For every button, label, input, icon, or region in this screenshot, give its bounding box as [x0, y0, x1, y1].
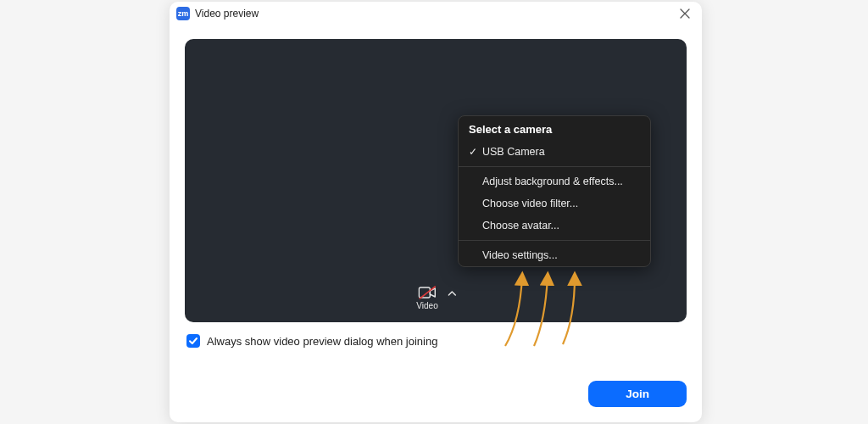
video-off-icon	[418, 286, 437, 299]
menu-item-choose-filter[interactable]: Choose video filter...	[459, 192, 650, 215]
close-icon[interactable]	[675, 3, 695, 24]
app-icon: zm	[176, 7, 190, 20]
video-preview-area: Video Select a camera ✓ USB Camera Adjus…	[185, 39, 687, 322]
menu-item-video-settings[interactable]: Video settings...	[459, 244, 650, 266]
always-show-preview-label: Always show video preview dialog when jo…	[207, 335, 437, 348]
menu-item-label: Choose video filter...	[482, 198, 578, 209]
camera-option-usb[interactable]: ✓ USB Camera	[459, 141, 650, 163]
menu-separator	[459, 240, 650, 241]
always-show-preview-row: Always show video preview dialog when jo…	[186, 334, 685, 348]
camera-menu-header: Select a camera	[459, 116, 650, 141]
menu-item-label: Video settings...	[482, 249, 558, 261]
camera-menu: Select a camera ✓ USB Camera Adjust back…	[458, 115, 651, 267]
video-toggle-button[interactable]: Video	[413, 284, 441, 312]
camera-option-label: USB Camera	[482, 146, 545, 158]
video-menu-chevron-icon[interactable]	[447, 286, 459, 310]
menu-separator	[459, 166, 650, 167]
always-show-preview-checkbox[interactable]	[186, 334, 200, 348]
video-control-group: Video	[408, 281, 463, 314]
join-button[interactable]: Join	[588, 381, 687, 407]
menu-item-label: Choose avatar...	[482, 220, 559, 232]
svg-line-1	[420, 287, 435, 298]
menu-item-adjust-background[interactable]: Adjust background & effects...	[459, 170, 650, 192]
dialog-button-row: Join	[170, 381, 702, 422]
video-toggle-label: Video	[416, 301, 437, 310]
menu-item-choose-avatar[interactable]: Choose avatar...	[459, 215, 650, 237]
checkmark-icon: ✓	[469, 146, 482, 158]
video-preview-dialog: zm Video preview Video	[170, 2, 702, 422]
menu-item-label: Adjust background & effects...	[482, 176, 623, 187]
titlebar: zm Video preview	[170, 2, 702, 25]
window-title: Video preview	[195, 8, 259, 20]
